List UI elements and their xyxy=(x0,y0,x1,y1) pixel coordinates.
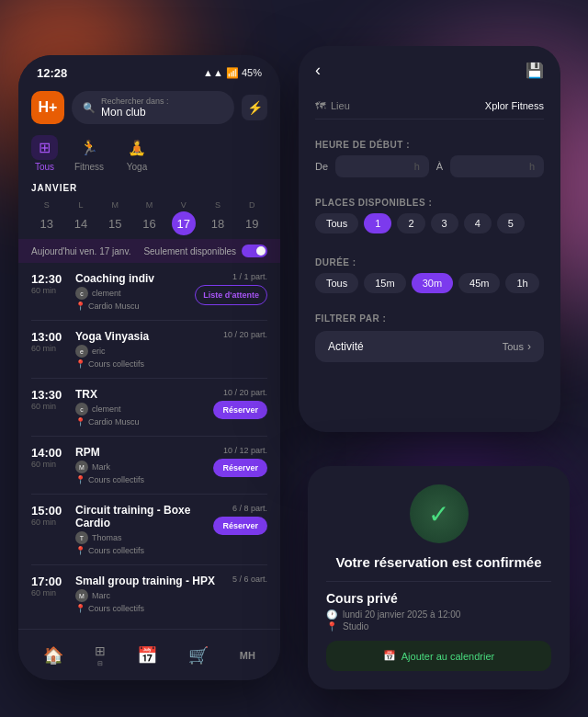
pin-confirm-icon: 📍 xyxy=(326,621,337,632)
duration-1330: 60 min xyxy=(31,402,66,411)
clock-icon: 🕐 xyxy=(326,609,337,620)
from-time-input[interactable]: h xyxy=(335,155,429,177)
save-icon[interactable]: 💾 xyxy=(526,62,544,79)
places-chip-2[interactable]: 2 xyxy=(397,213,424,233)
search-bar[interactable]: 🔍 Rechercher dans : Mon club xyxy=(72,91,234,124)
instructor-1300: eric xyxy=(92,347,106,356)
location-label: Lieu xyxy=(331,100,350,111)
grid-label: ⊟ xyxy=(97,660,103,667)
dur-chip-tous[interactable]: Tous xyxy=(315,273,358,293)
nav-calendar[interactable]: 📅 xyxy=(137,645,157,666)
fitness-icon: 🏃 xyxy=(80,140,98,155)
instructor-1230: clement xyxy=(92,289,121,298)
filter-button[interactable]: ⚡ xyxy=(242,95,267,120)
day-col-17[interactable]: V 17 xyxy=(168,200,198,235)
schedule-item-1500: 15:00 60 min Circuit training - Boxe Car… xyxy=(31,495,267,565)
status-bar: 12:28 ▲▲ 📶 45% xyxy=(18,55,280,85)
places-chip-1[interactable]: 1 xyxy=(364,213,391,233)
dur-chip-45m[interactable]: 45m xyxy=(458,273,500,293)
places-section: PLACES DISPONIBLES : Tous 1 2 3 4 5 xyxy=(315,185,544,245)
date-bar-filter: Seulement disponibles xyxy=(143,245,267,257)
dur-chip-15m[interactable]: 15m xyxy=(364,273,405,293)
calendar-btn-icon: 📅 xyxy=(383,650,396,662)
day-col-16[interactable]: M 16 xyxy=(134,200,164,235)
course-name-1230: Coaching indiv xyxy=(75,272,186,285)
start-time-label: HEURE DE DÉBUT : xyxy=(315,140,544,150)
nav-profile[interactable]: MH xyxy=(240,650,255,661)
available-only-label: Seulement disponibles xyxy=(143,246,236,256)
location-value: Xplor Fitness xyxy=(485,100,544,111)
calendar-icon: 📅 xyxy=(137,645,157,666)
duration-1300: 60 min xyxy=(31,344,66,353)
category-1500: Cours collectifs xyxy=(88,546,144,555)
checkmark-icon: ✓ xyxy=(428,499,449,529)
nav-grid[interactable]: ⊞ ⊟ xyxy=(95,643,106,667)
confirm-date: lundi 20 janvier 2025 à 12:00 xyxy=(343,609,460,620)
yoga-icon: 🧘 xyxy=(128,140,146,155)
places-label: PLACES DISPONIBLES : xyxy=(315,198,544,208)
duration-1700: 60 min xyxy=(31,588,66,598)
time-1330: 13:30 xyxy=(31,388,66,402)
avatar-1330: c xyxy=(75,403,88,415)
course-name-1400: RPM xyxy=(75,446,204,459)
confirm-course-name: Cours privé xyxy=(326,591,551,606)
waitlist-button-1230[interactable]: Liste d'attente xyxy=(195,285,267,305)
nav-cart[interactable]: 🛒 xyxy=(188,645,209,666)
from-label: De xyxy=(315,161,328,172)
day-col-14[interactable]: L 14 xyxy=(65,200,96,235)
tab-tous[interactable]: ⊞ Tous xyxy=(31,135,58,172)
cart-icon: 🛒 xyxy=(188,645,209,666)
instructor-1330: clement xyxy=(92,404,121,414)
tab-tous-label: Tous xyxy=(35,162,54,172)
avatar-1400: M xyxy=(75,461,88,473)
duration-label: DURÉE : xyxy=(315,257,544,267)
dur-chip-1h[interactable]: 1h xyxy=(505,273,538,293)
schedule-item-1700: 17:00 60 min Small group training - HPX … xyxy=(31,565,267,621)
places-chip-5[interactable]: 5 xyxy=(497,213,525,233)
places-chip-3[interactable]: 3 xyxy=(431,213,458,233)
activity-value: Tous xyxy=(503,341,524,352)
reserve-button-1330[interactable]: Réserver xyxy=(213,401,267,419)
places-chip-tous[interactable]: Tous xyxy=(315,213,358,233)
activity-filter-value: Tous › xyxy=(503,340,531,353)
to-time-input[interactable]: h xyxy=(450,155,544,177)
reserve-button-1400[interactable]: Réserver xyxy=(213,459,267,477)
search-hint: Rechercher dans : xyxy=(101,97,169,106)
confirm-detail: Cours privé 🕐 lundi 20 janvier 2025 à 12… xyxy=(326,581,551,671)
activity-filter-row[interactable]: Activité Tous › xyxy=(315,331,544,362)
filter-by-section: FILTRER PAR : Activité Tous › xyxy=(315,301,544,366)
duration-1400: 60 min xyxy=(31,460,66,469)
back-button[interactable]: ‹ xyxy=(315,61,321,80)
pin-icon-1500: 📍 xyxy=(75,546,85,555)
category-1700: Cours collectifs xyxy=(88,604,144,613)
add-to-calendar-button[interactable]: 📅 Ajouter au calendrier xyxy=(326,641,551,671)
course-name-1500: Circuit training - Boxe Cardio xyxy=(75,504,204,529)
tab-yoga[interactable]: 🧘 Yoga xyxy=(120,135,153,172)
count-1700: 5 / 6 oart. xyxy=(232,575,267,584)
start-time-inputs: De h À h xyxy=(315,155,544,177)
schedule-item-1400: 14:00 60 min RPM M Mark 📍 Cours collecti… xyxy=(31,437,267,495)
app-header: H+ 🔍 Rechercher dans : Mon club ⚡ xyxy=(18,85,280,131)
status-time: 12:28 xyxy=(37,66,67,80)
duration-chips: Tous 15m 30m 45m 1h xyxy=(315,273,544,293)
nav-home[interactable]: 🏠 xyxy=(43,645,63,666)
category-1330: Cardio Muscu xyxy=(88,417,140,427)
day-col-18[interactable]: S 18 xyxy=(202,200,232,235)
dur-chip-30m[interactable]: 30m xyxy=(412,273,453,293)
duration-1230: 60 min xyxy=(31,286,66,295)
duration-section: DURÉE : Tous 15m 30m 45m 1h xyxy=(315,245,544,301)
pin-icon-1230: 📍 xyxy=(75,302,85,311)
tab-fitness[interactable]: 🏃 Fitness xyxy=(73,135,106,172)
logo-button[interactable]: H+ xyxy=(31,91,64,124)
available-toggle[interactable] xyxy=(242,245,267,257)
week-scroll: S 13 L 14 M 15 M 16 V 17 S 18 D 19 xyxy=(18,197,280,239)
day-col-13[interactable]: S 13 xyxy=(31,200,62,235)
day-col-15[interactable]: M 15 xyxy=(100,200,130,235)
places-chip-4[interactable]: 4 xyxy=(464,213,492,233)
confirm-title: Votre réservation est confirmée xyxy=(326,554,551,570)
day-col-19[interactable]: D 19 xyxy=(237,200,267,235)
schedule-list: 12:30 60 min Coaching indiv c clement 📍 … xyxy=(18,263,280,621)
places-chips: Tous 1 2 3 4 5 xyxy=(315,213,544,233)
category-tabs: ⊞ Tous 🏃 Fitness 🧘 Yoga xyxy=(18,131,280,179)
reserve-button-1500[interactable]: Réserver xyxy=(213,517,267,535)
